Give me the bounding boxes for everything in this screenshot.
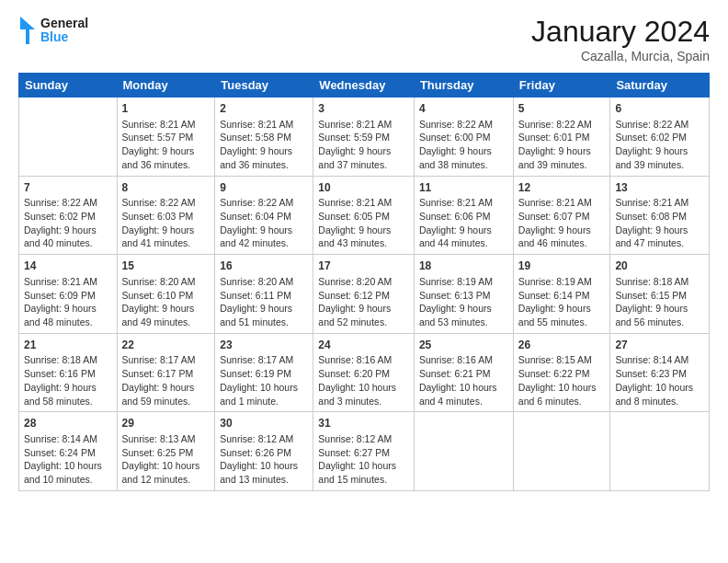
sunrise-text: Sunrise: 8:20 AM [318,276,392,287]
sunset-text: Sunset: 6:08 PM [615,211,687,222]
sunset-text: Sunset: 6:10 PM [122,290,194,301]
day-number: 24 [318,338,409,353]
logo: General Blue [18,15,88,46]
week-row-1: 1Sunrise: 8:21 AMSunset: 5:57 PMDaylight… [19,98,710,177]
page: General Blue January 2024 Cazalla, Murci… [0,0,728,500]
sunrise-text: Sunrise: 8:22 AM [615,119,688,130]
calendar-cell: 25Sunrise: 8:16 AMSunset: 6:21 PMDayligh… [414,333,513,412]
daylight-text: Daylight: 9 hours and 59 minutes. [122,382,195,407]
sunset-text: Sunset: 6:20 PM [318,368,390,379]
calendar-cell: 21Sunrise: 8:18 AMSunset: 6:16 PMDayligh… [19,333,118,412]
sunset-text: Sunset: 6:02 PM [24,211,96,222]
week-row-3: 14Sunrise: 8:21 AMSunset: 6:09 PMDayligh… [19,255,710,334]
day-number: 21 [24,338,112,353]
calendar-cell: 5Sunrise: 8:22 AMSunset: 6:01 PMDaylight… [513,98,610,177]
logo-arrow-icon [18,15,37,46]
calendar-cell: 28Sunrise: 8:14 AMSunset: 6:24 PMDayligh… [19,412,118,491]
calendar-cell: 19Sunrise: 8:19 AMSunset: 6:14 PMDayligh… [513,255,610,334]
day-number: 9 [220,180,308,196]
calendar-cell: 30Sunrise: 8:12 AMSunset: 6:26 PMDayligh… [215,412,313,491]
weekday-header-wednesday: Wednesday [313,74,415,98]
calendar-cell: 9Sunrise: 8:22 AMSunset: 6:04 PMDaylight… [215,176,313,255]
calendar-cell: 15Sunrise: 8:20 AMSunset: 6:10 PMDayligh… [117,255,215,334]
day-number: 18 [419,259,508,274]
calendar-cell: 1Sunrise: 8:21 AMSunset: 5:57 PMDaylight… [117,98,215,177]
day-number: 17 [318,259,409,274]
daylight-text: Daylight: 9 hours and 43 minutes. [318,224,391,249]
sunset-text: Sunset: 6:04 PM [220,211,291,222]
daylight-text: Daylight: 9 hours and 46 minutes. [518,224,591,249]
calendar-cell: 11Sunrise: 8:21 AMSunset: 6:06 PMDayligh… [414,176,513,255]
calendar-cell: 10Sunrise: 8:21 AMSunset: 6:05 PMDayligh… [313,176,415,255]
sunrise-text: Sunrise: 8:22 AM [518,119,592,130]
day-number: 5 [518,101,606,117]
calendar-cell: 2Sunrise: 8:21 AMSunset: 5:58 PMDaylight… [215,98,313,177]
calendar-cell [610,412,710,491]
daylight-text: Daylight: 9 hours and 44 minutes. [419,224,492,249]
daylight-text: Daylight: 9 hours and 52 minutes. [318,303,391,327]
sunrise-text: Sunrise: 8:21 AM [518,197,592,208]
calendar-cell: 7Sunrise: 8:22 AMSunset: 6:02 PMDaylight… [19,176,118,255]
sunset-text: Sunset: 6:02 PM [615,132,687,143]
sunset-text: Sunset: 6:13 PM [419,290,491,301]
sunset-text: Sunset: 6:05 PM [318,211,390,222]
day-number: 15 [122,259,210,274]
daylight-text: Daylight: 10 hours and 15 minutes. [318,460,396,485]
day-number: 25 [419,338,508,353]
sunset-text: Sunset: 5:57 PM [122,132,194,143]
daylight-text: Daylight: 9 hours and 39 minutes. [615,145,688,170]
sunset-text: Sunset: 6:17 PM [122,368,194,379]
daylight-text: Daylight: 10 hours and 10 minutes. [24,460,102,485]
day-number: 26 [518,338,606,353]
month-year: January 2024 [531,15,710,49]
calendar-cell [19,98,118,177]
day-number: 1 [122,101,210,117]
calendar-table: SundayMondayTuesdayWednesdayThursdayFrid… [18,73,710,491]
sunrise-text: Sunrise: 8:17 AM [122,354,196,365]
calendar-cell [513,412,610,491]
calendar-cell: 13Sunrise: 8:21 AMSunset: 6:08 PMDayligh… [610,176,710,255]
day-number: 16 [220,259,308,274]
day-number: 12 [518,180,606,196]
sunset-text: Sunset: 6:23 PM [615,368,687,379]
sunset-text: Sunset: 6:09 PM [24,290,96,301]
sunrise-text: Sunrise: 8:22 AM [24,197,97,208]
daylight-text: Daylight: 10 hours and 1 minute. [220,382,298,407]
sunset-text: Sunset: 6:06 PM [419,211,491,222]
week-row-4: 21Sunrise: 8:18 AMSunset: 6:16 PMDayligh… [19,333,710,412]
day-number: 19 [518,259,606,274]
sunrise-text: Sunrise: 8:21 AM [419,197,493,208]
sunset-text: Sunset: 6:15 PM [615,290,687,301]
calendar-cell: 23Sunrise: 8:17 AMSunset: 6:19 PMDayligh… [215,333,313,412]
sunset-text: Sunset: 6:00 PM [419,132,491,143]
sunset-text: Sunset: 6:26 PM [220,447,291,458]
sunset-text: Sunset: 6:19 PM [220,368,291,379]
calendar-cell: 6Sunrise: 8:22 AMSunset: 6:02 PMDaylight… [610,98,710,177]
calendar-cell: 17Sunrise: 8:20 AMSunset: 6:12 PMDayligh… [313,255,415,334]
week-row-5: 28Sunrise: 8:14 AMSunset: 6:24 PMDayligh… [19,412,710,491]
calendar-cell: 18Sunrise: 8:19 AMSunset: 6:13 PMDayligh… [414,255,513,334]
daylight-text: Daylight: 10 hours and 12 minutes. [122,460,200,485]
calendar-cell: 20Sunrise: 8:18 AMSunset: 6:15 PMDayligh… [610,255,710,334]
sunrise-text: Sunrise: 8:14 AM [615,354,688,365]
daylight-text: Daylight: 9 hours and 53 minutes. [419,303,492,327]
sunset-text: Sunset: 6:03 PM [122,211,194,222]
day-number: 4 [419,101,508,117]
day-number: 31 [318,416,409,431]
sunrise-text: Sunrise: 8:21 AM [24,276,97,287]
week-row-2: 7Sunrise: 8:22 AMSunset: 6:02 PMDaylight… [19,176,710,255]
sunrise-text: Sunrise: 8:16 AM [318,354,392,365]
calendar-cell: 4Sunrise: 8:22 AMSunset: 6:00 PMDaylight… [414,98,513,177]
day-number: 10 [318,180,409,196]
sunrise-text: Sunrise: 8:18 AM [24,354,97,365]
sunrise-text: Sunrise: 8:20 AM [122,276,196,287]
day-number: 6 [615,101,704,117]
sunset-text: Sunset: 6:14 PM [518,290,590,301]
calendar-cell [414,412,513,491]
sunrise-text: Sunrise: 8:12 AM [220,433,293,444]
day-number: 2 [220,101,308,117]
sunrise-text: Sunrise: 8:14 AM [24,433,97,444]
calendar-cell: 14Sunrise: 8:21 AMSunset: 6:09 PMDayligh… [19,255,118,334]
sunset-text: Sunset: 6:12 PM [318,290,390,301]
daylight-text: Daylight: 9 hours and 36 minutes. [220,145,292,170]
